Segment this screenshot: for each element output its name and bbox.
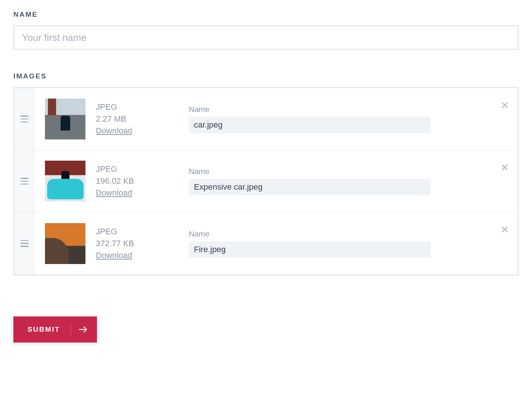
thumbnail-cell — [35, 88, 96, 150]
image-thumbnail[interactable] — [45, 223, 85, 264]
name-label: NAME — [13, 10, 519, 19]
drag-handle[interactable] — [14, 88, 35, 150]
file-type: JPEG — [96, 164, 189, 174]
drag-icon — [20, 116, 29, 122]
drag-icon — [20, 178, 29, 184]
file-type: JPEG — [96, 227, 189, 237]
download-link[interactable]: Download — [96, 188, 132, 198]
close-icon[interactable] — [501, 102, 508, 109]
remove-cell — [492, 212, 518, 274]
images-field-group: IMAGES JPEG 2.27 MB Download Name — [13, 72, 519, 276]
submit-label: SUBMIT — [27, 325, 60, 334]
drag-handle[interactable] — [14, 212, 35, 274]
image-thumbnail[interactable] — [45, 99, 85, 139]
first-name-input[interactable] — [13, 25, 519, 50]
file-name-group: Name — [189, 212, 492, 274]
file-meta: JPEG 196.02 KB Download — [96, 150, 189, 212]
image-row: JPEG 372.77 KB Download Name — [14, 212, 518, 274]
submit-divider — [71, 323, 71, 336]
submit-button[interactable]: SUBMIT — [13, 316, 97, 342]
images-label: IMAGES — [13, 72, 519, 80]
file-name-input[interactable] — [189, 117, 431, 133]
file-meta: JPEG 372.77 KB Download — [96, 212, 189, 274]
file-size: 196.02 KB — [96, 176, 189, 186]
remove-cell — [492, 88, 518, 150]
file-size: 2.27 MB — [96, 114, 189, 124]
file-name-input[interactable] — [189, 241, 431, 258]
file-name-group: Name — [189, 88, 492, 150]
file-type: JPEG — [96, 102, 189, 112]
image-row: JPEG 2.27 MB Download Name — [14, 88, 518, 150]
download-link[interactable]: Download — [96, 126, 132, 136]
file-name-input[interactable] — [189, 179, 431, 195]
drag-handle[interactable] — [14, 150, 35, 212]
image-row: JPEG 196.02 KB Download Name — [14, 150, 518, 212]
remove-cell — [492, 150, 518, 212]
drag-icon — [20, 240, 29, 247]
file-name-group: Name — [189, 150, 492, 212]
arrow-right-icon — [79, 326, 87, 333]
file-name-label: Name — [189, 229, 492, 238]
name-field-group: NAME — [13, 10, 519, 50]
thumbnail-cell — [35, 150, 96, 212]
close-icon[interactable] — [501, 226, 508, 233]
close-icon[interactable] — [501, 164, 508, 171]
thumbnail-cell — [35, 212, 96, 274]
file-name-label: Name — [189, 167, 492, 176]
file-meta: JPEG 2.27 MB Download — [96, 88, 189, 150]
image-thumbnail[interactable] — [45, 161, 85, 202]
images-container: JPEG 2.27 MB Download Name JPEG 196.02 — [13, 87, 519, 276]
file-size: 372.77 KB — [96, 239, 189, 248]
file-name-label: Name — [189, 105, 492, 114]
download-link[interactable]: Download — [96, 251, 132, 260]
